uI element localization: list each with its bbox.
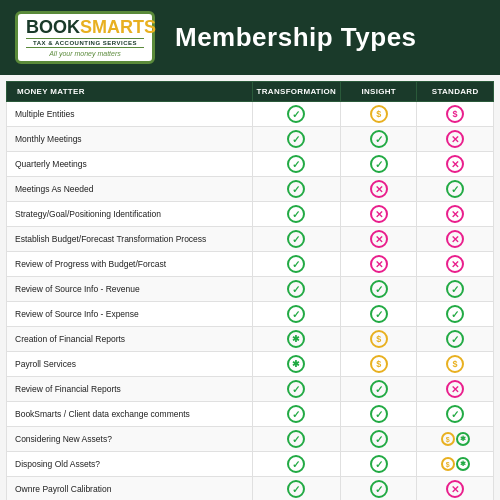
row-transform-cell: ✓ [252, 227, 341, 252]
check-green-icon: ✓ [370, 430, 388, 448]
row-insight-cell: ✓ [341, 152, 417, 177]
check-green-icon: ✓ [446, 180, 464, 198]
row-insight-cell: ✕ [341, 227, 417, 252]
row-transform-cell: ✓ [252, 177, 341, 202]
row-insight-cell: ✓ [341, 402, 417, 427]
check-green-icon: ✓ [370, 405, 388, 423]
combined-dollar-star-icon: $✱ [421, 432, 489, 446]
row-transform-cell: ✓ [252, 202, 341, 227]
x-pink-icon: ✕ [446, 255, 464, 273]
row-transform-cell: ✓ [252, 402, 341, 427]
check-green-icon: ✓ [287, 130, 305, 148]
x-pink-icon: ✕ [370, 230, 388, 248]
check-green-icon: ✓ [370, 380, 388, 398]
table-row: Meetings As Needed✓✕✓ [7, 177, 494, 202]
membership-table-container: MONEY MATTER TRANSFORMATION INSIGHT STAN… [6, 81, 494, 500]
table-row: Considering New Assets?✓✓$✱ [7, 427, 494, 452]
check-green-icon: ✓ [446, 405, 464, 423]
check-green-icon: ✓ [287, 280, 305, 298]
check-green-icon: ✓ [287, 105, 305, 123]
table-row: BookSmarts / Client data exchange commen… [7, 402, 494, 427]
star-green-icon: ✱ [456, 432, 470, 446]
check-green-icon: ✓ [287, 480, 305, 498]
col-transformation: TRANSFORMATION [252, 82, 341, 102]
dollar-yellow-icon: $ [441, 457, 455, 471]
row-insight-cell: $ [341, 102, 417, 127]
check-green-icon: ✓ [446, 280, 464, 298]
x-pink-icon: ✕ [370, 205, 388, 223]
row-transform-cell: ✓ [252, 302, 341, 327]
row-insight-cell: ✕ [341, 252, 417, 277]
row-label: Review of Financial Reports [7, 377, 253, 402]
logo-smarts: SMARTS [80, 17, 156, 37]
check-green-icon: ✓ [287, 155, 305, 173]
row-transform-cell: ✓ [252, 102, 341, 127]
row-label: BookSmarts / Client data exchange commen… [7, 402, 253, 427]
row-insight-cell: ✓ [341, 477, 417, 501]
row-insight-cell: ✓ [341, 302, 417, 327]
x-pink-icon: ✕ [370, 255, 388, 273]
check-green-icon: ✓ [287, 455, 305, 473]
col-insight: INSIGHT [341, 82, 417, 102]
x-pink-icon: ✕ [446, 130, 464, 148]
row-standard-cell: ✓ [417, 402, 494, 427]
table-row: Multiple Entities✓$$ [7, 102, 494, 127]
check-green-icon: ✓ [446, 305, 464, 323]
row-standard-cell: ✓ [417, 327, 494, 352]
row-label: Meetings As Needed [7, 177, 253, 202]
table-row: Creation of Financial Reports✱$✓ [7, 327, 494, 352]
row-standard-cell: ✕ [417, 227, 494, 252]
row-label: Multiple Entities [7, 102, 253, 127]
row-insight-cell: $ [341, 352, 417, 377]
page-title: Membership Types [175, 22, 417, 53]
check-green-icon: ✓ [370, 480, 388, 498]
row-standard-cell: ✕ [417, 152, 494, 177]
row-standard-cell: ✓ [417, 177, 494, 202]
logo-tagline: All your money matters [26, 50, 144, 57]
logo-book: BOOK [26, 17, 80, 37]
x-pink-icon: ✕ [446, 205, 464, 223]
row-transform-cell: ✓ [252, 477, 341, 501]
x-pink-icon: ✕ [446, 155, 464, 173]
row-transform-cell: ✓ [252, 427, 341, 452]
row-standard-cell: ✕ [417, 202, 494, 227]
row-label: Establish Budget/Forecast Transformation… [7, 227, 253, 252]
check-green-icon: ✓ [446, 330, 464, 348]
row-transform-cell: ✓ [252, 377, 341, 402]
row-label: Review of Progress with Budget/Forcast [7, 252, 253, 277]
check-green-icon: ✓ [287, 405, 305, 423]
check-green-icon: ✓ [370, 455, 388, 473]
check-green-icon: ✓ [287, 255, 305, 273]
row-transform-cell: ✓ [252, 252, 341, 277]
row-standard-cell: ✓ [417, 277, 494, 302]
dollar-yellow-icon: $ [370, 330, 388, 348]
row-transform-cell: ✓ [252, 152, 341, 177]
row-label: Creation of Financial Reports [7, 327, 253, 352]
x-pink-icon: ✕ [446, 480, 464, 498]
star-green-icon: ✱ [287, 330, 305, 348]
row-insight-cell: ✓ [341, 377, 417, 402]
row-label: Considering New Assets? [7, 427, 253, 452]
check-green-icon: ✓ [370, 155, 388, 173]
table-row: Payroll Services✱$$ [7, 352, 494, 377]
check-green-icon: ✓ [370, 130, 388, 148]
table-row: Ownre Payroll Calibration✓✓✕ [7, 477, 494, 501]
row-insight-cell: ✕ [341, 202, 417, 227]
row-standard-cell: $ [417, 352, 494, 377]
col-money-matter: MONEY MATTER [7, 82, 253, 102]
x-pink-icon: ✕ [446, 380, 464, 398]
row-label: Review of Source Info - Expense [7, 302, 253, 327]
table-row: Review of Progress with Budget/Forcast✓✕… [7, 252, 494, 277]
row-insight-cell: ✓ [341, 127, 417, 152]
row-label: Review of Source Info - Revenue [7, 277, 253, 302]
row-insight-cell: ✓ [341, 452, 417, 477]
row-label: Strategy/Goal/Positioning Identification [7, 202, 253, 227]
x-pink-icon: ✕ [446, 230, 464, 248]
check-green-icon: ✓ [287, 430, 305, 448]
row-label: Monthly Meetings [7, 127, 253, 152]
row-label: Ownre Payroll Calibration [7, 477, 253, 501]
check-green-icon: ✓ [287, 380, 305, 398]
row-label: Payroll Services [7, 352, 253, 377]
row-insight-cell: ✓ [341, 277, 417, 302]
row-standard-cell: ✕ [417, 252, 494, 277]
